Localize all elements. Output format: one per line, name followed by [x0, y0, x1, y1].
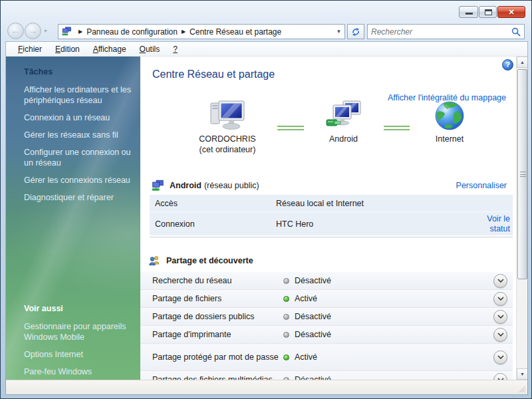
table-row: Connexion HTC Hero Voir le statut [150, 211, 513, 235]
recent-pages-dropdown-icon[interactable]: ▼ [43, 29, 48, 33]
expand-button[interactable] [493, 310, 507, 324]
list-item: Recherche du réseau Désactivé [140, 272, 513, 290]
list-item: Partage de fichiers Activé [140, 290, 513, 308]
sharing-header: Partage et découverte [140, 253, 516, 269]
network-details-table: Accès Réseau local et Internet Connexion… [150, 195, 513, 235]
access-value: Réseau local et Internet [276, 199, 513, 208]
status-text: Désactivé [295, 312, 331, 321]
search-input[interactable] [371, 27, 511, 37]
map-node-internet[interactable]: Internet [410, 100, 489, 144]
scroll-up-icon[interactable]: ▲ [517, 57, 527, 68]
status-dot [283, 314, 289, 320]
section-divider [150, 237, 513, 237]
help-button[interactable]: ? [502, 59, 513, 70]
close-button[interactable]: ✕ [497, 6, 525, 18]
share-row-label: Recherche du réseau [152, 276, 283, 286]
vista-explorer-window: ✕ ← → ▼ ▶ Panneau de configuration ▶ Cen… [0, 0, 532, 399]
share-row-label: Partage protégé par mot de passe [152, 352, 283, 362]
window-controls: ✕ [459, 6, 525, 18]
sidebar-item-windows-mobile[interactable]: Gestionnaire pour appareils Windows Mobi… [24, 321, 131, 342]
network-name: Android [170, 181, 201, 190]
menu-affichage[interactable]: Affichage [86, 43, 133, 55]
personalize-link[interactable]: Personnaliser [456, 181, 507, 190]
sidebar-item-diagnose-repair[interactable]: Diagnostiquer et réparer [24, 192, 131, 203]
breadcrumb-separator-icon: ▶ [182, 29, 186, 35]
share-row-label: Partage d'imprimante [152, 330, 283, 340]
navigation-bar: ← → ▼ ▶ Panneau de configuration ▶ Centr… [1, 21, 531, 42]
map-node-network[interactable]: Android [304, 100, 384, 144]
expand-button[interactable] [493, 373, 507, 380]
chevron-down-icon [497, 297, 504, 301]
expand-button[interactable] [493, 328, 507, 342]
address-dropdown-icon[interactable]: ▼ [333, 29, 344, 35]
status-dot [283, 354, 289, 360]
access-label: Accès [150, 199, 276, 208]
tasks-heading: Tâches [24, 67, 131, 76]
address-bar[interactable]: ▶ Panneau de configuration ▶ Centre Rése… [58, 24, 345, 39]
search-icon[interactable] [511, 27, 521, 37]
minimize-button[interactable] [459, 6, 478, 18]
status-dot [283, 278, 289, 284]
sharing-people-icon [148, 255, 160, 266]
map-node-sublabel: (cet ordinateur) [200, 144, 256, 155]
expand-button[interactable] [493, 292, 507, 306]
list-item: Partage des fichiers multimédias Désacti… [140, 371, 513, 380]
scrollbar-thumb[interactable] [517, 69, 527, 279]
network-mini-icon [151, 180, 164, 192]
sidebar-item-manage-connections[interactable]: Gérer les connexions réseau [24, 175, 131, 186]
menu-bar: Fichier Edition Affichage Outils ? [6, 42, 527, 57]
menu-edition[interactable]: Edition [49, 43, 86, 55]
vertical-scrollbar[interactable]: ▲ ▼ [516, 57, 527, 380]
expand-button[interactable] [493, 274, 507, 288]
search-box [367, 24, 525, 39]
see-also-section: Voir aussi Gestionnaire pour appareils W… [6, 293, 140, 380]
scrollbar-grip [520, 172, 526, 177]
sidebar-item-connect-to-network[interactable]: Connexion à un réseau [24, 112, 131, 123]
status-text: Désactivé [295, 375, 331, 380]
map-node-label: Android [329, 134, 358, 144]
sharing-rows: Recherche du réseau Désactivé Partage de… [140, 272, 513, 380]
chevron-down-icon [497, 355, 504, 359]
expand-button[interactable] [493, 350, 507, 364]
network-details-header: Android (réseau public) Personnaliser [140, 178, 516, 194]
forward-button[interactable]: → [25, 23, 41, 39]
refresh-button[interactable] [347, 24, 364, 39]
scroll-down-icon[interactable]: ▼ [517, 368, 527, 380]
share-row-label: Partage de fichiers [152, 294, 283, 304]
menu-fichier[interactable]: Fichier [11, 43, 49, 55]
menu-help[interactable]: ? [166, 43, 184, 55]
table-row: Accès Réseau local et Internet [150, 195, 513, 211]
chevron-down-icon [497, 332, 504, 336]
computer-icon [209, 100, 246, 131]
view-status-link[interactable]: Voir le statut [471, 214, 513, 234]
maximize-button[interactable] [479, 6, 497, 18]
page-title: Centre Réseau et partage [152, 68, 275, 80]
network-map: CORDOCHRIS (cet ordinateur) [140, 100, 516, 174]
map-node-this-computer[interactable]: CORDOCHRIS (cet ordinateur) [178, 100, 277, 155]
sidebar-item-view-computers[interactable]: Afficher les ordinateurs et les périphér… [24, 84, 131, 106]
sidebar-item-setup-connection[interactable]: Configurer une connexion ou un réseau [24, 147, 131, 168]
globe-icon [434, 100, 465, 131]
connection-label: Connexion [150, 219, 276, 229]
client-area: Fichier Edition Affichage Outils ? Tâche… [6, 42, 527, 394]
resize-grip[interactable] [518, 385, 526, 393]
connection-line [384, 126, 410, 130]
window-body: Tâches Afficher les ordinateurs et les p… [6, 57, 527, 380]
network-icon [61, 27, 72, 37]
share-row-label: Partage de dossiers publics [152, 312, 283, 322]
back-button[interactable]: ← [7, 23, 24, 39]
list-item: Partage d'imprimante Désactivé [140, 326, 513, 344]
map-node-label: CORDOCHRIS [199, 134, 255, 144]
sidebar-item-windows-firewall[interactable]: Pare-feu Windows [24, 366, 131, 377]
breadcrumb-control-panel[interactable]: Panneau de configuration [86, 27, 178, 37]
task-sidebar: Tâches Afficher les ordinateurs et les p… [6, 57, 140, 380]
sidebar-item-internet-options[interactable]: Options Internet [24, 349, 131, 360]
breadcrumb-network-sharing-center[interactable]: Centre Réseau et partage [190, 27, 281, 37]
status-text: Activé [295, 294, 317, 303]
menu-outils[interactable]: Outils [133, 43, 167, 55]
sharing-heading: Partage et découverte [166, 256, 253, 265]
sidebar-item-manage-wireless[interactable]: Gérer les réseaux sans fil [24, 130, 131, 140]
map-node-label: Internet [436, 134, 464, 144]
network-details-section: Android (réseau public) Personnaliser Ac… [140, 178, 516, 239]
minimize-icon [466, 13, 473, 15]
